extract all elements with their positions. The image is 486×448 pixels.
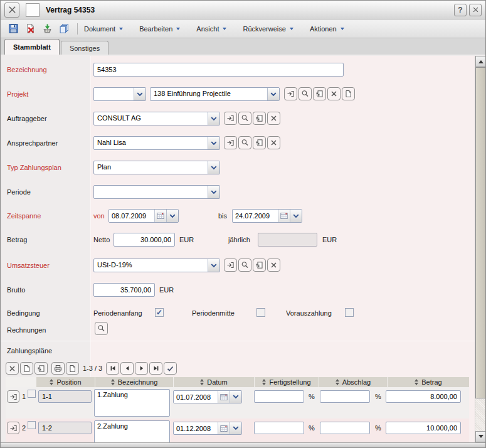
calendar-icon[interactable] xyxy=(218,391,230,403)
copy-button[interactable] xyxy=(253,112,266,125)
dropdown-arrow-icon[interactable] xyxy=(290,210,302,222)
sort-icon[interactable] xyxy=(335,379,339,385)
menu-rueckverweise[interactable]: Rückverweise xyxy=(243,25,293,33)
dropdown-arrow-icon[interactable] xyxy=(208,186,219,198)
goto-button[interactable] xyxy=(224,136,237,149)
von-date-field[interactable] xyxy=(108,209,179,223)
menu-bearbeiten[interactable]: Bearbeiten xyxy=(139,25,180,33)
dropdown-arrow-icon[interactable] xyxy=(208,137,219,149)
sort-icon[interactable] xyxy=(111,379,115,385)
search-button[interactable] xyxy=(238,259,251,272)
betrag-input[interactable] xyxy=(386,422,461,434)
datum-input[interactable] xyxy=(174,391,218,403)
scrollbar-thumb[interactable] xyxy=(475,67,485,398)
close-button[interactable] xyxy=(469,4,482,16)
scroll-down-button[interactable] xyxy=(475,431,485,442)
menu-aktionen[interactable]: Aktionen xyxy=(310,25,344,33)
vertical-scrollbar[interactable] xyxy=(475,56,485,442)
first-page-button[interactable] xyxy=(106,362,119,375)
column-header-betrag[interactable]: Betrag xyxy=(388,377,469,387)
sort-icon[interactable] xyxy=(200,379,204,385)
calendar-icon[interactable] xyxy=(278,210,290,222)
menu-dokument[interactable]: Dokument xyxy=(84,25,123,33)
delete-row-button[interactable] xyxy=(6,362,19,375)
copy-button[interactable] xyxy=(253,259,266,272)
last-page-button[interactable] xyxy=(149,362,162,375)
dropdown-arrow-icon[interactable] xyxy=(134,88,145,100)
apply-button[interactable] xyxy=(164,362,177,375)
help-button[interactable]: ? xyxy=(454,4,467,16)
fertigstellung-input[interactable] xyxy=(254,422,304,434)
clear-button[interactable] xyxy=(267,136,280,149)
print-button[interactable] xyxy=(51,362,65,375)
column-header-position[interactable]: Position xyxy=(36,377,95,387)
vorauszahlung-checkbox[interactable] xyxy=(345,308,354,317)
search-button[interactable] xyxy=(238,112,251,125)
netto-input[interactable] xyxy=(114,233,175,247)
auftraggeber-select[interactable]: CONSULT AG xyxy=(93,112,220,125)
dropdown-arrow-icon[interactable] xyxy=(208,259,219,272)
datum-date-field[interactable] xyxy=(173,422,242,435)
column-header-abschlag[interactable]: Abschlag xyxy=(319,377,387,387)
brutto-input[interactable] xyxy=(93,283,155,297)
ansprechpartner-select[interactable]: Nahl Lisa xyxy=(93,136,220,150)
clear-button[interactable] xyxy=(267,259,280,272)
dropdown-arrow-icon[interactable] xyxy=(166,210,178,222)
copy-button[interactable] xyxy=(313,87,326,100)
column-header-datum[interactable]: Datum xyxy=(174,377,254,387)
column-header-bezeichnung[interactable]: Bezeichnung xyxy=(95,377,173,387)
window-close-button[interactable] xyxy=(4,3,19,18)
bezeichnung-textarea[interactable]: 1.Zahlung xyxy=(94,389,170,417)
goto-button[interactable] xyxy=(224,259,237,272)
sort-icon[interactable] xyxy=(50,379,53,385)
datum-date-field[interactable] xyxy=(173,390,242,403)
fertigstellung-input[interactable] xyxy=(254,390,304,403)
copy-row-button[interactable] xyxy=(20,362,33,375)
new-document-button[interactable] xyxy=(342,87,355,100)
goto-button[interactable] xyxy=(284,87,297,100)
goto-button[interactable] xyxy=(224,112,237,125)
datum-input[interactable] xyxy=(174,422,218,434)
menu-ansicht[interactable]: Ansicht xyxy=(196,25,226,33)
delete-document-button[interactable] xyxy=(23,21,38,36)
dropdown-arrow-icon[interactable] xyxy=(230,422,241,434)
betrag-input[interactable] xyxy=(386,390,461,403)
goto-row-button[interactable] xyxy=(7,390,19,403)
von-date-input[interactable] xyxy=(109,210,154,222)
dropdown-arrow-icon[interactable] xyxy=(208,161,219,174)
search-button[interactable] xyxy=(298,87,312,100)
bis-date-input[interactable] xyxy=(233,210,278,222)
bezeichnung-input[interactable] xyxy=(93,63,344,77)
clear-button[interactable] xyxy=(327,87,341,100)
sort-icon[interactable] xyxy=(262,379,266,385)
row-select-checkbox[interactable] xyxy=(28,421,36,429)
bezeichnung-textarea[interactable]: 2.Zahlung xyxy=(94,420,170,442)
row-select-checkbox[interactable] xyxy=(28,390,36,398)
goto-row-button[interactable] xyxy=(7,422,19,434)
bis-date-field[interactable] xyxy=(232,209,302,223)
rechnungen-search-button[interactable] xyxy=(95,322,108,335)
column-header-fertigstellung[interactable]: Fertigstellung xyxy=(255,377,319,387)
prev-page-button[interactable] xyxy=(120,362,134,375)
search-button[interactable] xyxy=(238,136,251,149)
basket-button[interactable] xyxy=(40,21,55,36)
umsatzsteuer-select[interactable]: USt-D-19% xyxy=(93,259,220,272)
projekt-select[interactable]: 138 Einführung Projectile xyxy=(150,87,280,101)
copy-button[interactable] xyxy=(56,21,72,36)
calendar-icon[interactable] xyxy=(218,422,230,434)
copy-special-button[interactable] xyxy=(34,362,48,375)
typ-zahlungsplan-select[interactable]: Plan xyxy=(93,161,220,174)
tab-sonstiges[interactable]: Sonstiges xyxy=(61,41,108,55)
scroll-up-button[interactable] xyxy=(475,56,485,67)
abschlag-input[interactable] xyxy=(320,422,370,434)
sort-icon[interactable] xyxy=(415,379,418,385)
calendar-icon[interactable] xyxy=(154,210,166,222)
abschlag-input[interactable] xyxy=(320,390,370,403)
dropdown-arrow-icon[interactable] xyxy=(230,391,241,403)
next-page-button[interactable] xyxy=(135,362,148,375)
projekt-prefix-select[interactable] xyxy=(93,87,146,101)
save-button[interactable] xyxy=(6,21,21,36)
periode-select[interactable] xyxy=(93,185,220,199)
new-row-button[interactable] xyxy=(66,362,79,375)
dropdown-arrow-icon[interactable] xyxy=(267,88,279,100)
